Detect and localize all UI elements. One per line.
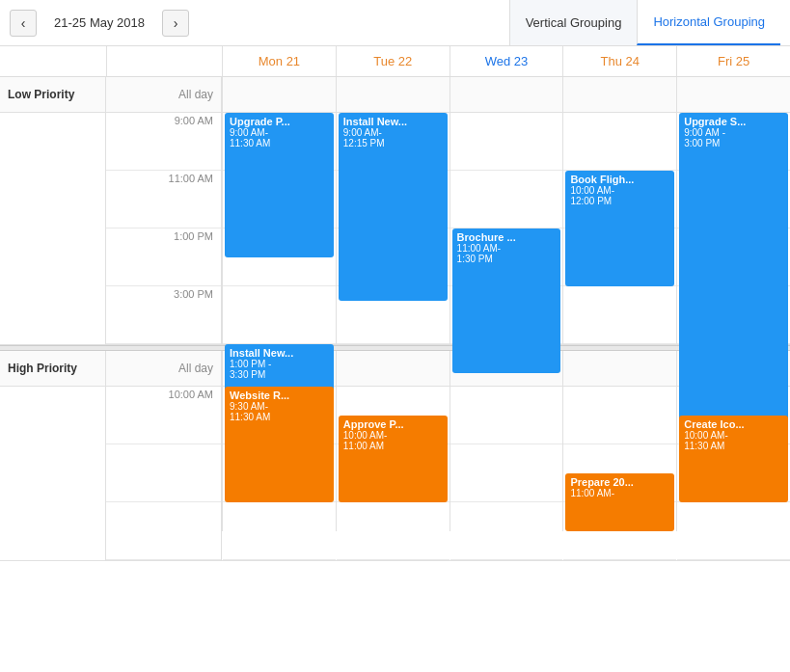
day-col-low-2: Brochure ...11:00 AM- 1:30 PM	[449, 113, 563, 344]
appt-high-day1-ApproveP...[interactable]: Approve P...10:00 AM- 11:00 AM	[339, 416, 448, 502]
day-col-high-0: Website R...9:30 AM- 11:30 AM	[222, 387, 336, 531]
time-col-header	[106, 46, 222, 76]
tab-vertical[interactable]: Vertical Grouping	[509, 0, 638, 45]
day-headers: Mon 21 Tue 22 Wed 23 Thu 24 Fri 25	[0, 46, 790, 77]
time-col-high: 10:00 AM	[106, 387, 222, 560]
day-col-high-3: Prepare 20...11:00 AM-	[562, 387, 676, 531]
time-label-high-extra-2	[106, 502, 221, 560]
appt-title: Install New...	[343, 116, 443, 127]
day-header-tue: Tue 22	[336, 46, 449, 76]
all-day-label-high: All day	[106, 351, 222, 386]
app-container: ‹ 21-25 May 2018 › Vertical Grouping Hor…	[0, 0, 790, 672]
appt-title: Install New...	[230, 347, 329, 359]
appt-time: 9:30 AM- 11:30 AM	[230, 401, 329, 422]
group-span-low	[0, 113, 106, 344]
group-span-high	[0, 387, 106, 560]
all-day-cell-low-day1	[336, 77, 449, 112]
all-day-label-low: All day	[106, 77, 222, 112]
group-label-low: Low Priority	[0, 77, 106, 112]
tab-horizontal[interactable]: Horizontal Grouping	[637, 0, 780, 45]
appt-time: 10:00 AM- 11:30 AM	[684, 430, 783, 451]
calendar-body: Low PriorityAll day9:00 AM11:00 AM1:00 P…	[0, 77, 790, 672]
all-day-cell-low-day2	[449, 77, 563, 112]
appt-low-day2-Brochure...[interactable]: Brochure ...11:00 AM- 1:30 PM	[452, 228, 561, 373]
time-label-high-0: 10:00 AM	[106, 387, 221, 444]
group-label-high: High Priority	[0, 351, 106, 386]
appt-title: Brochure ...	[457, 231, 557, 243]
group-col-header	[0, 46, 106, 76]
day-col-low-4: Upgrade S...9:00 AM - 3:00 PM	[676, 113, 790, 344]
appt-time: 9:00 AM- 12:15 PM	[343, 127, 443, 148]
all-day-cell-high-day3	[562, 351, 676, 386]
all-day-cell-low-day3	[562, 77, 676, 112]
all-day-cell-low-day0	[222, 77, 336, 112]
calendar-container: Mon 21 Tue 22 Wed 23 Thu 24 Fri 25 Low P…	[0, 46, 790, 672]
appt-time: 11:00 AM- 1:30 PM	[457, 243, 557, 264]
appt-title: Book Fligh...	[570, 174, 669, 185]
appt-time: 11:00 AM-	[570, 488, 669, 498]
appt-time: 9:00 AM - 3:00 PM	[684, 127, 783, 148]
day-col-high-1: Approve P...10:00 AM- 11:00 AM	[336, 387, 449, 531]
slots-area-low: 9:00 AM11:00 AM1:00 PM3:00 PMUpgrade P..…	[0, 113, 790, 345]
group-label-row-high: High PriorityAll day	[0, 351, 790, 387]
time-label-low-3: 3:00 PM	[106, 286, 221, 344]
grouping-tabs: Vertical Grouping Horizontal Grouping	[509, 0, 780, 45]
day-col-low-1: Install New...9:00 AM- 12:15 PM	[336, 113, 449, 344]
appt-low-day3-BookFligh...[interactable]: Book Fligh...10:00 AM- 12:00 PM	[565, 171, 674, 286]
appt-high-day4-CreateIco...[interactable]: Create Ico...10:00 AM- 11:30 AM	[679, 416, 788, 502]
header: ‹ 21-25 May 2018 › Vertical Grouping Hor…	[0, 0, 790, 46]
appt-time: 1:00 PM - 3:30 PM	[230, 359, 329, 380]
next-button[interactable]: ›	[162, 10, 189, 37]
appt-low-day0-UpgradeP...[interactable]: Upgrade P...9:00 AM- 11:30 AM	[225, 113, 334, 257]
all-day-cell-low-day4	[676, 77, 790, 112]
group-label-row-low: Low PriorityAll day	[0, 77, 790, 113]
day-col-high-4: Create Ico...10:00 AM- 11:30 AM	[676, 387, 790, 531]
appt-title: Prepare 20...	[570, 476, 669, 488]
day-header-fri: Fri 25	[676, 46, 790, 76]
time-col-low: 9:00 AM11:00 AM1:00 PM3:00 PM	[106, 113, 222, 344]
day-header-mon: Mon 21	[222, 46, 336, 76]
appt-time: 9:00 AM- 11:30 AM	[230, 127, 329, 148]
day-header-thu: Thu 24	[562, 46, 676, 76]
time-label-low-1: 11:00 AM	[106, 171, 221, 228]
slots-area-high: 10:00 AMWebsite R...9:30 AM- 11:30 AMApp…	[0, 387, 790, 561]
appt-time: 10:00 AM- 12:00 PM	[570, 185, 669, 206]
all-day-cell-high-day1	[336, 351, 449, 386]
day-col-high-2	[449, 387, 563, 531]
day-col-low-3: Book Fligh...10:00 AM- 12:00 PM	[562, 113, 676, 344]
appt-time: 10:00 AM- 11:00 AM	[343, 430, 443, 451]
appt-title: Upgrade P...	[230, 116, 329, 127]
day-col-low-0: Upgrade P...9:00 AM- 11:30 AMInstall New…	[222, 113, 336, 344]
appt-title: Website R...	[230, 390, 329, 401]
appt-high-day3-Prepare20...[interactable]: Prepare 20...11:00 AM-	[565, 473, 674, 531]
time-label-high-extra-1	[106, 444, 221, 502]
appt-title: Approve P...	[343, 418, 443, 430]
appt-high-day0-WebsiteR...[interactable]: Website R...9:30 AM- 11:30 AM	[225, 387, 334, 502]
date-range: 21-25 May 2018	[46, 15, 152, 30]
appt-low-day1-InstallNew...[interactable]: Install New...9:00 AM- 12:15 PM	[339, 113, 448, 301]
appt-title: Create Ico...	[684, 418, 783, 430]
time-label-low-2: 1:00 PM	[106, 228, 221, 286]
prev-button[interactable]: ‹	[10, 10, 37, 37]
time-label-low-0: 9:00 AM	[106, 113, 221, 171]
day-header-wed: Wed 23	[449, 46, 563, 76]
appt-title: Upgrade S...	[684, 116, 783, 127]
